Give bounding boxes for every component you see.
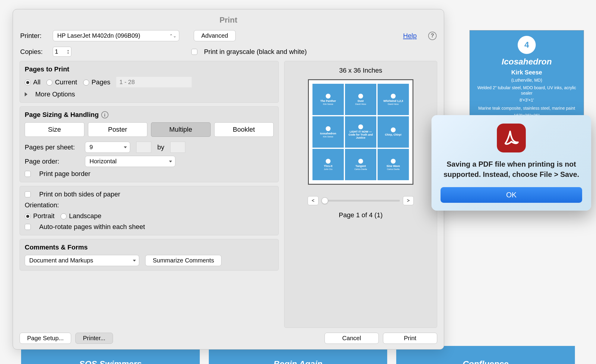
print-dialog: Print Printer: HP LaserJet M402dn (096B0… — [13, 9, 444, 350]
print-button[interactable]: Print — [383, 333, 437, 344]
auto-rotate-label: Auto-rotate pages within each sheet — [39, 223, 145, 231]
pages-current-radio[interactable]: Current — [46, 78, 77, 86]
comments-heading: Comments & Forms — [25, 243, 274, 251]
preview-prev-button[interactable]: < — [308, 196, 318, 205]
pages-all-radio[interactable]: All — [25, 78, 40, 86]
tab-size[interactable]: Size — [25, 122, 84, 137]
summarize-comments-button[interactable]: Summarize Comments — [145, 255, 221, 266]
preview-sheet: The PantherKirk SeeseDustDavid HessWhirl… — [308, 79, 413, 185]
duplex-section: Print on both sides of paper Orientation… — [20, 186, 279, 235]
preview-cell: DustDavid Hess — [345, 84, 376, 115]
zoom-slider[interactable] — [322, 200, 400, 202]
cancel-button[interactable]: Cancel — [325, 333, 379, 344]
printer-settings-button[interactable]: Printer... — [75, 333, 113, 344]
info-icon[interactable]: i — [101, 111, 108, 118]
preview-cell: IcosahedronKirk Seese — [312, 116, 344, 148]
pages-to-print-section: Pages to Print All Current Pages More Op… — [20, 61, 279, 103]
orientation-label: Orientation: — [25, 201, 59, 209]
card-author: Kirk Seese — [475, 69, 578, 76]
copies-label: Copies: — [20, 48, 49, 56]
sizing-heading: Page Sizing & Handling — [25, 111, 99, 119]
preview-cell: LIGHT IT NOW — Code for Truth and Justic… — [345, 116, 376, 148]
comments-section: Comments & Forms Document and Markups Su… — [20, 239, 279, 271]
more-options-toggle[interactable]: More Options — [25, 90, 274, 98]
card-number-badge: 4 — [518, 36, 536, 54]
pages-range-input[interactable] — [116, 77, 192, 87]
grayscale-label: Print in grayscale (black and white) — [204, 48, 307, 56]
sizing-section: Page Sizing & Handling i Size Poster Mul… — [20, 106, 279, 182]
pps-label: Pages per sheet: — [25, 143, 79, 151]
card-dimensions: 8'×3'×1' — [475, 98, 578, 102]
tab-booklet[interactable]: Booklet — [214, 122, 274, 137]
border-label: Print page border — [39, 170, 90, 178]
border-checkbox[interactable] — [25, 171, 31, 177]
pdf-save-alert: Saving a PDF file when printing is not s… — [431, 115, 591, 211]
pps-by-label: by — [157, 143, 164, 151]
dialog-title: Print — [13, 9, 444, 29]
printer-row: Printer: HP LaserJet M402dn (096B09) Adv… — [20, 29, 437, 42]
pages-heading: Pages to Print — [25, 65, 274, 73]
comments-select[interactable]: Document and Markups — [25, 255, 139, 266]
printer-label: Printer: — [20, 32, 49, 40]
both-sides-label: Print on both sides of paper — [39, 190, 120, 198]
tab-poster[interactable]: Poster — [88, 122, 148, 137]
pps-custom-y[interactable] — [170, 142, 185, 153]
preview-cell: Chirp, Chirp! — [378, 116, 409, 148]
preview-cell: The PantherKirk Seese — [312, 84, 344, 115]
auto-rotate-checkbox[interactable] — [25, 224, 31, 230]
card-materials-2: Marine teak composite, stainless steel, … — [475, 105, 578, 111]
zoom-thumb[interactable] — [322, 197, 328, 204]
adobe-acrobat-icon — [497, 124, 526, 152]
grayscale-checkbox[interactable] — [191, 49, 197, 55]
preview-cell: TangentCarlos Davila — [345, 149, 376, 180]
preview-next-button[interactable]: > — [403, 196, 414, 205]
advanced-button[interactable]: Advanced — [194, 30, 236, 41]
disclosure-triangle-icon — [25, 92, 27, 96]
help-link[interactable]: Help — [403, 32, 417, 40]
page-setup-button[interactable]: Page Setup... — [20, 333, 71, 344]
portrait-radio[interactable]: Portrait — [25, 212, 55, 220]
pps-select[interactable]: 9 — [85, 142, 130, 153]
order-label: Page order: — [25, 158, 79, 165]
alert-ok-button[interactable]: OK — [441, 187, 582, 203]
alert-message: Saving a PDF file when printing is not s… — [441, 159, 582, 179]
preview-page-count: Page 1 of 4 (1) — [290, 211, 431, 219]
preview-size-label: 36 x 36 Inches — [290, 67, 431, 74]
printer-select[interactable]: HP LaserJet M402dn (096B09) — [53, 30, 179, 41]
preview-cell: Whirlwind 1,2,3David Hess — [378, 84, 409, 115]
order-select[interactable]: Horizontal — [85, 156, 175, 167]
landscape-radio[interactable]: Landscape — [61, 212, 102, 220]
tab-multiple[interactable]: Multiple — [151, 122, 211, 137]
copies-row: Copies: ▲▼ Print in grayscale (black and… — [20, 46, 437, 58]
copies-input[interactable] — [55, 48, 66, 55]
pps-custom-x[interactable] — [136, 142, 151, 153]
both-sides-checkbox[interactable] — [25, 191, 31, 197]
preview-cell: Sine WaveCarlos Davila — [378, 149, 409, 180]
help-icon[interactable]: ? — [428, 32, 437, 40]
preview-pane: 36 x 36 Inches The PantherKirk SeeseDust… — [284, 61, 437, 328]
pages-range-radio[interactable]: Pages — [83, 78, 110, 86]
card-location: (Lutherville, MD) — [475, 78, 578, 83]
card-materials: Welded 2" tubular steel, MDO board, UV i… — [475, 85, 578, 96]
copies-spinner[interactable]: ▲▼ — [53, 47, 71, 57]
preview-cell: Thru-ItJohn Cru — [312, 149, 344, 180]
spinner-arrows-icon[interactable]: ▲▼ — [67, 49, 69, 55]
card-title: Icosahedron — [475, 57, 578, 67]
